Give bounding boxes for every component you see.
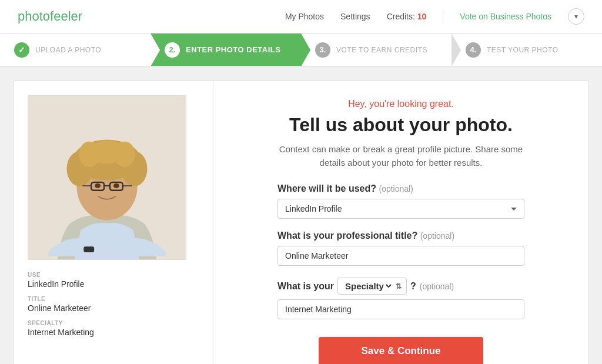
step-upload: ✓ UPLOAD A PHOTO	[0, 34, 150, 66]
logo: photofeeler	[18, 9, 82, 24]
person-photo	[28, 96, 186, 259]
specialty-suffix: ?	[410, 281, 416, 292]
main-content: USE LinkedIn Profile TITLE Online Market…	[13, 81, 589, 364]
credits-display: Credits: 10	[387, 12, 427, 21]
specialty-input[interactable]	[277, 299, 524, 319]
where-select[interactable]: LinkedIn Profile Facebook Twitter Instag…	[277, 199, 524, 219]
credits-label: Credits:	[387, 12, 415, 21]
step-details-num: 2.	[165, 42, 180, 58]
main-nav: My Photos Settings Credits: 10 Vote on B…	[285, 8, 584, 25]
logo-feeler: feeler	[50, 9, 82, 24]
step-test-label: TEST YOUR PHOTO	[487, 46, 558, 54]
where-group: Where will it be used? (optional) Linked…	[277, 183, 524, 219]
specialty-type-select[interactable]: Specialty Industry Field	[343, 280, 393, 292]
logo-photo: photo	[18, 9, 50, 24]
description: Context can make or break a great profil…	[272, 143, 530, 169]
where-optional: (optional)	[379, 184, 413, 193]
right-panel: Hey, you're looking great. Tell us about…	[213, 81, 588, 364]
step-vote-num: 3.	[315, 42, 330, 58]
svg-point-16	[113, 183, 119, 188]
credits-count: 10	[417, 12, 427, 21]
nav-divider	[443, 11, 443, 22]
specialty-prefix: What is your	[277, 281, 334, 292]
save-continue-button[interactable]: Save & Continue	[319, 337, 483, 364]
title-form-label: What is your professional title? (option…	[277, 231, 524, 241]
specialty-optional: (optional)	[420, 282, 454, 291]
step-test: 4. TEST YOUR PHOTO	[452, 34, 602, 66]
vote-link[interactable]: Vote on Business Photos	[460, 12, 551, 21]
svg-point-15	[95, 183, 101, 188]
specialty-dropdown-arrow: ⇅	[396, 282, 402, 290]
step-upload-label: UPLOAD A PHOTO	[35, 46, 101, 54]
specialty-label: SPECIALTY	[28, 320, 199, 326]
nav-dropdown-button[interactable]: ▾	[568, 8, 584, 25]
specialty-info: SPECIALTY Internet Marketing	[28, 320, 199, 337]
specialty-select-wrap: Specialty Industry Field ⇅	[337, 278, 407, 295]
specialty-group: What is your Specialty Industry Field ⇅ …	[277, 278, 524, 319]
tagline: Hey, you're looking great.	[348, 99, 454, 109]
use-info: USE LinkedIn Profile	[28, 272, 199, 289]
title-info: TITLE Online Marketeer	[28, 296, 199, 313]
title-input[interactable]	[277, 246, 524, 266]
step-vote: 3. VOTE TO EARN CREDITS	[301, 34, 452, 66]
form: Where will it be used? (optional) Linked…	[277, 183, 524, 364]
save-section: Save & Continue	[277, 331, 524, 364]
where-label: Where will it be used? (optional)	[277, 183, 524, 194]
step-vote-label: VOTE TO EARN CREDITS	[336, 46, 427, 54]
svg-rect-17	[83, 246, 94, 252]
specialty-value: Internet Marketing	[28, 328, 199, 337]
photo-frame	[28, 95, 186, 260]
title-label: TITLE	[28, 296, 199, 302]
title-optional: (optional)	[420, 231, 454, 241]
left-panel: USE LinkedIn Profile TITLE Online Market…	[14, 81, 213, 364]
use-value: LinkedIn Profile	[28, 279, 199, 289]
step-details: 2. ENTER PHOTO DETAILS	[150, 34, 301, 66]
step-details-label: ENTER PHOTO DETAILS	[186, 45, 280, 54]
progress-bar: ✓ UPLOAD A PHOTO 2. ENTER PHOTO DETAILS …	[0, 34, 602, 66]
settings-link[interactable]: Settings	[340, 12, 370, 21]
main-heading: Tell us about your photo.	[289, 114, 513, 136]
use-label: USE	[28, 272, 199, 278]
step-upload-icon: ✓	[14, 42, 29, 58]
header: photofeeler My Photos Settings Credits: …	[0, 0, 602, 34]
specialty-inline-label: What is your Specialty Industry Field ⇅ …	[277, 278, 524, 295]
step-test-num: 4.	[466, 42, 481, 58]
my-photos-link[interactable]: My Photos	[285, 12, 324, 21]
title-value: Online Marketeer	[28, 303, 199, 313]
svg-point-9	[89, 140, 125, 163]
title-group: What is your professional title? (option…	[277, 231, 524, 266]
